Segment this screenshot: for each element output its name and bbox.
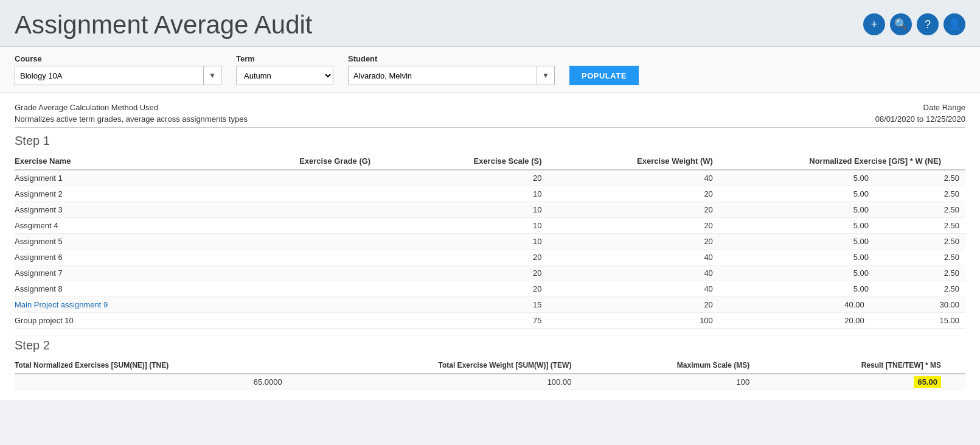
table-row: Group project 10 75 100 20.00 15.00 <box>15 313 965 329</box>
help-button[interactable]: ? <box>917 13 939 35</box>
exercise-name: Assignment 8 <box>15 281 224 297</box>
step2-header-row: Total Normalized Exercises [SUM(NE)] (TN… <box>15 357 965 374</box>
table-row: Assignment 5 10 20 5.00 2.50 <box>15 234 965 250</box>
step1-title: Step 1 <box>15 134 965 148</box>
exercise-name: Assignment 1 <box>15 170 224 186</box>
exercise-scale: 20 <box>395 265 566 281</box>
exercise-weight: 40 <box>566 250 737 265</box>
populate-button[interactable]: POPULATE <box>569 66 639 85</box>
exercise-grade <box>224 250 395 265</box>
header-icon-group: + 🔍 ? 👤 <box>863 13 965 35</box>
exercise-grade <box>224 281 395 297</box>
course-filter-group: Course ▼ <box>15 54 221 85</box>
exercise-norm-weight: 5.00 <box>853 189 869 198</box>
table-row: Assignment 3 10 20 5.00 2.50 <box>15 202 965 218</box>
exercise-grade <box>224 234 395 250</box>
exercise-scale: 10 <box>395 186 566 202</box>
exercise-nw-label: 20.00 15.00 <box>737 313 965 329</box>
exercise-ne: 2.50 <box>944 237 959 246</box>
exercise-ne: 2.50 <box>944 205 959 214</box>
exercise-grade <box>224 218 395 234</box>
student-label: Student <box>348 54 555 63</box>
exercise-nw-label: 5.00 2.50 <box>737 202 965 218</box>
exercise-ne: 15.00 <box>939 316 959 325</box>
exercise-nw-label: 5.00 2.50 <box>737 250 965 265</box>
student-input[interactable] <box>349 66 537 85</box>
exercise-name: Assignment 5 <box>15 234 224 250</box>
exercise-norm-weight: 5.00 <box>853 221 869 230</box>
date-range-right: Date Range 08/01/2020 to 12/25/2020 <box>875 103 965 124</box>
exercise-scale: 10 <box>395 202 566 218</box>
exercise-ne: 2.50 <box>944 221 959 230</box>
col-exercise-scale: Exercise Scale (S) <box>395 153 566 170</box>
tne-value: 65.0000 <box>15 374 307 390</box>
col-ms: Maximum Scale (MS) <box>596 357 774 374</box>
step2-thead: Total Normalized Exercises [SUM(NE)] (TN… <box>15 357 965 374</box>
exercise-nw-label: 5.00 2.50 <box>737 265 965 281</box>
term-label: Term <box>236 54 333 63</box>
course-dropdown-arrow[interactable]: ▼ <box>203 66 221 85</box>
user-button[interactable]: 👤 <box>944 13 965 35</box>
student-input-wrap: ▼ <box>348 66 555 85</box>
table-row: Main Project assignment 9 15 20 40.00 30… <box>15 297 965 313</box>
result-value: 65.00 <box>774 374 965 390</box>
col-exercise-name: Exercise Name <box>15 153 224 170</box>
step2-tbody: 65.0000 100.00 100 65.00 <box>15 374 965 390</box>
table-row: Assignment 7 20 40 5.00 2.50 <box>15 265 965 281</box>
exercise-norm-weight: 5.00 <box>853 253 869 262</box>
exercise-norm-weight: 20.00 <box>844 316 864 325</box>
student-dropdown-arrow[interactable]: ▼ <box>537 66 554 85</box>
exercise-grade <box>224 265 395 281</box>
exercise-nw-label: 5.00 2.50 <box>737 218 965 234</box>
step2-table: Total Normalized Exercises [SUM(NE)] (TN… <box>15 357 965 390</box>
exercise-grade <box>224 186 395 202</box>
course-input[interactable] <box>15 66 203 85</box>
exercise-name: Group project 10 <box>15 313 224 329</box>
exercise-grade <box>224 202 395 218</box>
exercise-weight: 20 <box>566 186 737 202</box>
term-filter-group: Term Autumn <box>236 54 333 85</box>
col-tne: Total Normalized Exercises [SUM(NE)] (TN… <box>15 357 307 374</box>
exercise-weight: 40 <box>566 281 737 297</box>
search-button[interactable]: 🔍 <box>890 13 912 35</box>
main-content: Grade Average Calculation Method Used No… <box>0 93 980 400</box>
col-exercise-weight: Exercise Weight (W) <box>566 153 737 170</box>
exercise-nw-label: 5.00 2.50 <box>737 281 965 297</box>
col-tew: Total Exercise Weight [SUM(W)] (TEW) <box>307 357 596 374</box>
exercise-norm-weight: 5.00 <box>853 173 869 183</box>
exercise-scale: 10 <box>395 218 566 234</box>
col-exercise-grade: Exercise Grade (G) <box>224 153 395 170</box>
exercise-ne: 2.50 <box>944 189 959 198</box>
exercise-weight: 100 <box>566 313 737 329</box>
table-row: Assignment 8 20 40 5.00 2.50 <box>15 281 965 297</box>
exercise-norm-weight: 5.00 <box>853 268 869 278</box>
exercise-grade <box>224 297 395 313</box>
term-select[interactable]: Autumn <box>236 66 333 85</box>
step2-data-row: 65.0000 100.00 100 65.00 <box>15 374 965 390</box>
exercise-ne: 2.50 <box>944 173 959 183</box>
exercise-nw-label: 5.00 2.50 <box>737 234 965 250</box>
exercise-ne: 2.50 <box>944 284 959 293</box>
exercise-norm-weight: 5.00 <box>853 237 869 246</box>
page-header: Assignment Average Audit + 🔍 ? 👤 <box>0 0 980 47</box>
exercise-name: Assignment 6 <box>15 250 224 265</box>
exercise-scale: 10 <box>395 234 566 250</box>
exercise-name: Assignment 7 <box>15 265 224 281</box>
step1-table: Exercise Name Exercise Grade (G) Exercis… <box>15 153 965 329</box>
exercise-name[interactable]: Main Project assignment 9 <box>15 297 224 313</box>
exercise-weight: 20 <box>566 202 737 218</box>
table-row: Assignment 1 20 40 5.00 2.50 <box>15 170 965 186</box>
table-row: Assgiment 4 10 20 5.00 2.50 <box>15 218 965 234</box>
exercise-grade <box>224 170 395 186</box>
tew-value: 100.00 <box>307 374 596 390</box>
exercise-scale: 20 <box>395 281 566 297</box>
exercise-name: Assignment 3 <box>15 202 224 218</box>
course-input-wrap: ▼ <box>15 66 221 85</box>
date-range-label: Date Range <box>875 103 965 112</box>
exercise-scale: 15 <box>395 297 566 313</box>
grade-method-label: Grade Average Calculation Method Used <box>15 103 248 112</box>
add-button[interactable]: + <box>863 13 885 35</box>
col-result: Result [TNE/TEW] * MS <box>774 357 965 374</box>
table-row: Assignment 2 10 20 5.00 2.50 <box>15 186 965 202</box>
exercise-weight: 40 <box>566 170 737 186</box>
